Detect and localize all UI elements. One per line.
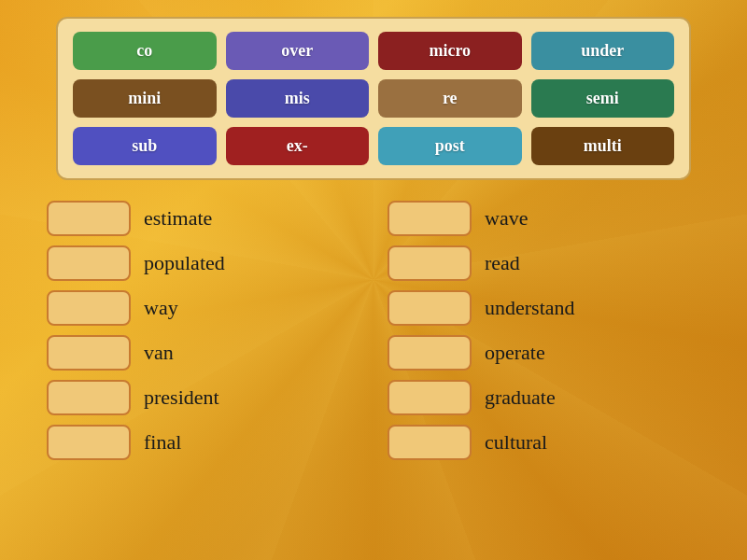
word-label-left-4: president — [144, 385, 219, 410]
prefix-btn-over[interactable]: over — [226, 32, 370, 70]
prefix-btn-mis[interactable]: mis — [226, 79, 370, 118]
word-label-left-0: estimate — [144, 206, 212, 231]
prefix-btn-multi[interactable]: multi — [531, 127, 675, 165]
prefix-btn-semi[interactable]: semi — [531, 79, 675, 118]
word-label-right-1: read — [485, 251, 520, 275]
word-row-left-3: van — [47, 335, 359, 371]
word-row-left-2: way — [47, 290, 359, 326]
answer-box-right-2[interactable] — [388, 290, 472, 326]
answer-box-left-5[interactable] — [47, 425, 131, 460]
word-row-left-0: estimate — [47, 201, 359, 236]
word-label-right-3: operate — [485, 341, 545, 365]
answer-box-left-4[interactable] — [47, 380, 131, 415]
answer-box-right-5[interactable] — [388, 425, 472, 460]
word-label-right-4: graduate — [485, 385, 556, 410]
word-row-right-1: read — [388, 245, 700, 281]
answer-box-left-3[interactable] — [47, 335, 131, 371]
word-label-right-2: understand — [485, 296, 575, 320]
word-row-left-5: final — [47, 425, 359, 460]
word-label-left-5: final — [144, 430, 181, 455]
main-container: coovermicrounderminimisresemisubex-postm… — [0, 0, 747, 477]
word-row-right-4: graduate — [388, 380, 700, 415]
word-row-right-0: wave — [388, 201, 700, 236]
word-label-right-5: cultural — [485, 430, 547, 455]
answer-box-left-2[interactable] — [47, 290, 131, 326]
answer-box-left-1[interactable] — [47, 245, 131, 281]
prefix-btn-micro[interactable]: micro — [378, 32, 522, 70]
word-label-left-2: way — [144, 296, 178, 320]
prefix-btn-mini[interactable]: mini — [73, 79, 217, 118]
word-label-left-1: populated — [144, 251, 225, 275]
prefix-box: coovermicrounderminimisresemisubex-postm… — [56, 17, 691, 180]
word-label-right-0: wave — [485, 206, 528, 231]
prefix-btn-under[interactable]: under — [531, 32, 675, 70]
word-row-right-3: operate — [388, 335, 700, 371]
answer-box-right-1[interactable] — [388, 245, 472, 281]
word-row-left-4: president — [47, 380, 359, 415]
word-label-left-3: van — [144, 341, 174, 365]
prefix-btn-co[interactable]: co — [73, 32, 217, 70]
prefix-btn-re[interactable]: re — [378, 79, 522, 118]
prefix-btn-ex[interactable]: ex- — [226, 127, 370, 165]
prefix-btn-sub[interactable]: sub — [73, 127, 217, 165]
word-row-right-2: understand — [388, 290, 700, 326]
prefix-btn-post[interactable]: post — [378, 127, 522, 165]
answer-box-right-0[interactable] — [388, 201, 472, 236]
word-row-right-5: cultural — [388, 425, 700, 460]
word-row-left-1: populated — [47, 245, 359, 281]
answer-box-right-4[interactable] — [388, 380, 472, 415]
answer-box-right-3[interactable] — [388, 335, 472, 371]
answer-box-left-0[interactable] — [47, 201, 131, 236]
word-list-area: estimatewavepopulatedreadwayunderstandva… — [37, 201, 710, 460]
